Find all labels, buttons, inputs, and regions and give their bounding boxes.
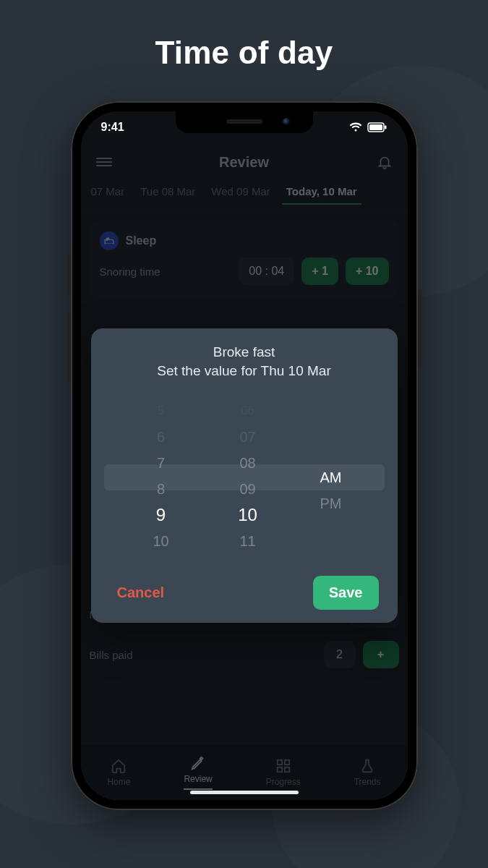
screen: 9:41 Review 07 M [81,111,408,800]
cancel-button[interactable]: Cancel [110,579,172,607]
modal-subtitle: Set the value for Thu 10 Mar [104,363,385,379]
svg-rect-2 [385,126,387,129]
page-title: Time of day [0,0,488,71]
svg-rect-1 [369,124,382,130]
selected-hour: 9 [132,502,190,528]
ampm-column[interactable]: AM PM [306,398,356,557]
time-picker-modal: Broke fast Set the value for Thu 10 Mar … [91,328,398,623]
status-time: 9:41 [101,121,124,134]
modal-title: Broke fast [104,344,385,360]
notch [176,111,313,133]
minute-column[interactable]: 06 07 08 09 10 11 12 13 [219,398,277,557]
selected-ampm: AM [306,464,356,490]
time-picker[interactable]: 5 6 7 8 9 10 11 12 06 07 08 09 10 11 12 [104,398,385,557]
wifi-icon [348,122,363,132]
save-button[interactable]: Save [313,576,379,610]
hour-column[interactable]: 5 6 7 8 9 10 11 12 [132,398,190,557]
phone-frame: 9:41 Review 07 M [71,101,418,810]
battery-icon [367,122,388,132]
selected-minute: 10 [219,502,277,528]
home-indicator[interactable] [190,791,299,794]
